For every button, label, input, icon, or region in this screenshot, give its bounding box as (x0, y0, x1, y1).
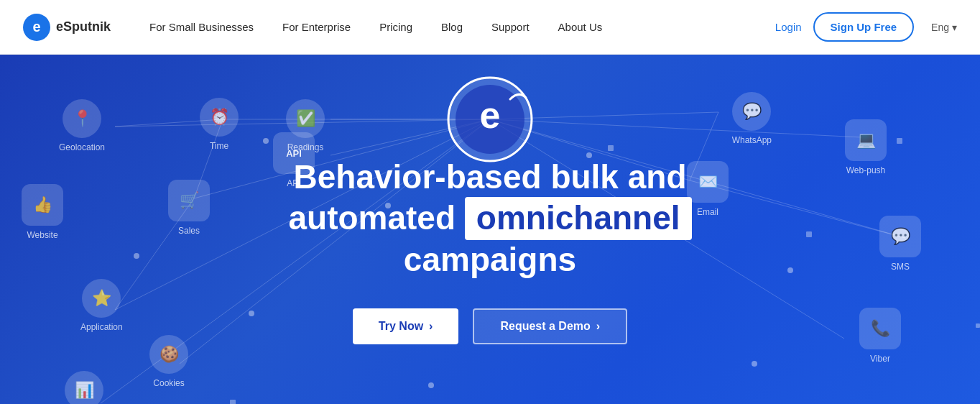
channel-cookies: 🍪 Cookies (149, 335, 188, 388)
svg-point-21 (263, 138, 269, 144)
request-demo-button[interactable]: Request a Demo › (473, 308, 627, 344)
svg-point-24 (787, 267, 793, 273)
nav-item-pricing[interactable]: Pricing (366, 15, 425, 39)
nav-item-for-small-businesses[interactable]: For Small Businesses (137, 15, 267, 39)
channel-geolocation: 📍 Geolocation (59, 99, 105, 152)
svg-text:e: e (32, 19, 40, 35)
signup-button[interactable]: Sign Up Free (813, 12, 915, 42)
chevron-right-icon: › (429, 320, 433, 333)
application-label: Application (80, 322, 123, 332)
hero-title-line2-after: campaigns (404, 241, 576, 278)
svg-line-8 (490, 119, 862, 137)
nav-item-for-enterprise[interactable]: For Enterprise (269, 15, 364, 39)
analytics-icon-box: 📊 (65, 371, 103, 404)
cookies-label: Cookies (153, 378, 184, 388)
brand-icon: e (23, 14, 50, 41)
svg-rect-28 (608, 145, 614, 151)
hero-title-highlight: omnichannel (465, 197, 692, 239)
svg-point-20 (134, 253, 139, 259)
nav-item-about-us[interactable]: About Us (545, 15, 616, 39)
sms-icon-box: 💬 (879, 216, 921, 257)
whatsapp-icon-box: 💬 (732, 92, 771, 131)
hero-buttons: Try Now › Request a Demo › (217, 308, 763, 344)
brand-name: eSputnik (56, 19, 111, 35)
whatsapp-label: WhatsApp (732, 135, 772, 145)
cookies-icon-box: 🍪 (149, 335, 188, 374)
channel-sales: 🛒 Sales (168, 180, 210, 236)
navbar: e eSputnik For Small Businesses For Ente… (0, 0, 980, 55)
time-label: Time (210, 141, 228, 151)
viber-icon-box: 📞 (859, 308, 901, 349)
hero-title-line2-before: automated (288, 199, 464, 237)
hero-title: Behavior-based bulk and automated omnich… (217, 157, 763, 280)
time-icon-box: ⏰ (200, 98, 239, 137)
sales-icon-box: 🛒 (168, 180, 210, 221)
webpush-label: Web-push (846, 165, 885, 175)
chevron-right-icon-demo: › (596, 320, 600, 333)
viber-label: Viber (870, 354, 890, 364)
nav-item-support[interactable]: Support (479, 15, 542, 39)
language-label: Eng (931, 22, 949, 33)
website-label: Website (27, 230, 57, 240)
svg-rect-32 (976, 323, 980, 328)
channel-website: 👍 Website (22, 184, 63, 240)
channel-application: ⭐ Application (80, 279, 123, 332)
svg-text:e: e (480, 94, 501, 136)
channel-viber: 📞 Viber (859, 308, 901, 364)
svg-point-27 (428, 382, 434, 388)
sales-label: Sales (178, 226, 200, 236)
svg-rect-29 (897, 138, 902, 144)
website-icon-box: 👍 (22, 184, 63, 226)
svg-point-25 (752, 361, 757, 367)
svg-rect-33 (230, 400, 236, 404)
channel-whatsapp: 💬 WhatsApp (732, 92, 772, 145)
nav-item-blog[interactable]: Blog (428, 15, 476, 39)
channel-analytics: 📊 Analytics (65, 371, 103, 404)
channel-time: ⏰ Time (200, 98, 239, 151)
hero-content: Behavior-based bulk and automated omnich… (217, 157, 763, 344)
geolocation-icon-box: 📍 (63, 99, 101, 138)
center-logo: e (447, 76, 533, 162)
nav-links: For Small Businesses For Enterprise Pric… (137, 15, 775, 39)
application-icon-box: ⭐ (82, 279, 121, 318)
channel-sms: 💬 SMS (879, 216, 921, 272)
navbar-right: Login Sign Up Free Eng ▾ (775, 12, 957, 42)
hero-section: e 📍 Geolocation ⏰ Time ✅ Readings API AP… (0, 55, 980, 404)
language-selector[interactable]: Eng ▾ (931, 22, 957, 33)
brand-logo[interactable]: e eSputnik (23, 14, 111, 41)
try-now-button[interactable]: Try Now › (353, 308, 459, 344)
login-link[interactable]: Login (775, 21, 802, 33)
webpush-icon-box: 💻 (845, 119, 887, 161)
chevron-down-icon: ▾ (952, 22, 957, 33)
channel-webpush: 💻 Web-push (845, 119, 887, 175)
svg-rect-31 (806, 231, 812, 237)
geolocation-label: Geolocation (59, 142, 105, 152)
sms-label: SMS (891, 262, 910, 272)
hero-title-line1: Behavior-based bulk and (293, 158, 686, 196)
